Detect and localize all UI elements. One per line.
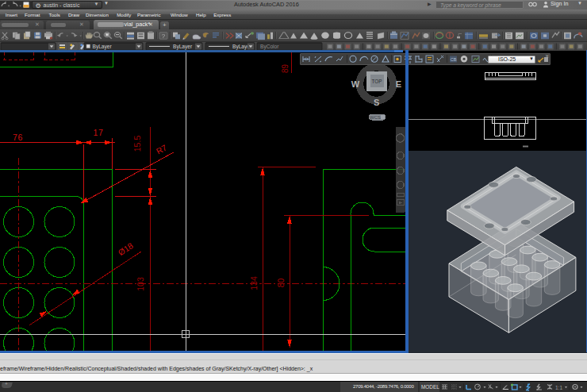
svg-text:103: 103 — [136, 277, 145, 291]
svg-text:TOP: TOP — [372, 79, 382, 84]
svg-text:E: E — [396, 79, 401, 89]
svg-text:89: 89 — [281, 64, 290, 74]
svg-text:15.5: 15.5 — [132, 136, 142, 152]
svg-text:ByLayer: ByLayer — [173, 43, 193, 49]
svg-text:134: 134 — [249, 276, 259, 290]
svg-text:CB: CB — [451, 57, 457, 62]
svg-text:?: ? — [162, 33, 165, 39]
svg-text:ByColor: ByColor — [260, 43, 279, 49]
svg-text:80: 80 — [276, 279, 286, 288]
svg-text:WCS: WCS — [370, 115, 381, 120]
svg-text:17: 17 — [94, 128, 104, 137]
svg-text:W: W — [351, 79, 360, 89]
svg-text:S: S — [374, 98, 379, 107]
svg-text:ByLayer: ByLayer — [93, 43, 113, 49]
svg-text:76: 76 — [13, 133, 23, 142]
svg-text:1:1: 1:1 — [555, 384, 562, 390]
